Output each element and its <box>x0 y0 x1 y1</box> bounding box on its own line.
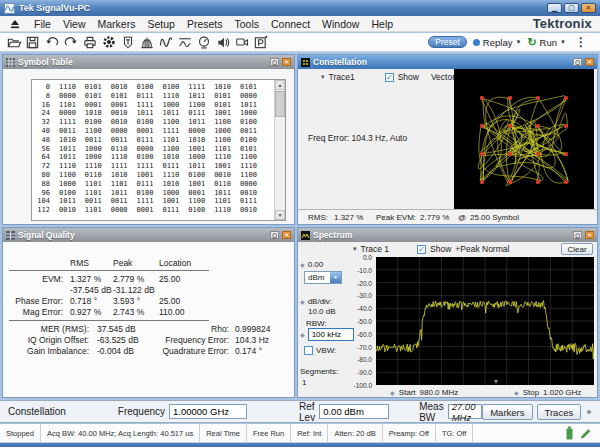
frequency-input[interactable] <box>169 404 247 419</box>
print-icon[interactable] <box>80 34 99 50</box>
eject-icon[interactable] <box>10 19 20 29</box>
ref-level-value[interactable]: 0.00 <box>308 260 324 269</box>
status-bar: StoppedAcq BW: 40.00 MHz; Acq Length: 40… <box>0 424 600 443</box>
replay-button[interactable]: Replay ▼ <box>473 37 522 48</box>
symbol-row: 3211110100001001001100101111000100 <box>34 118 272 127</box>
scroll-thumb[interactable] <box>275 91 285 117</box>
panel-maximize-icon[interactable]: ▢ <box>573 58 582 66</box>
vbw-checkbox[interactable] <box>304 346 313 355</box>
spectrum-header[interactable]: Spectrum ▢ ✕ <box>298 228 597 242</box>
menu-tools[interactable]: Tools <box>228 18 265 30</box>
trace-dropdown-icon[interactable]: ▾ <box>353 245 357 253</box>
spectrum-plot[interactable] <box>376 257 594 385</box>
menu-help[interactable]: Help <box>365 18 399 30</box>
trace-selector[interactable]: Trace1 <box>329 72 355 82</box>
meas-bw-value[interactable]: 27.00 MHz <box>448 404 483 419</box>
panel-maximize-icon[interactable]: ▢ <box>270 58 279 66</box>
run-button[interactable]: ↻ Run ▼ <box>527 36 566 49</box>
p-preset-icon[interactable] <box>251 34 270 50</box>
symbol-row: 11200101101000000010111010011100010 <box>34 206 272 215</box>
menu-bar: FileViewMarkersSetupPresetsToolsConnectW… <box>0 16 600 32</box>
waveform-icon[interactable] <box>156 34 175 50</box>
chevron-down-icon: ▼ <box>515 39 521 45</box>
show-checkbox[interactable]: ✓ <box>417 245 426 254</box>
y-tick-label: -20.0 <box>357 279 372 286</box>
spectrum-body: ▾ Trace 1 ✓ Show +Peak Normal Clear ◆0.0… <box>298 242 597 397</box>
close-icon[interactable]: ✕ <box>581 3 596 13</box>
scroll-down-icon[interactable]: ▼ <box>275 210 285 220</box>
open-icon[interactable] <box>4 34 23 50</box>
symbol-row: 6410111000111001001010100011101100 <box>34 153 272 162</box>
menu-markers[interactable]: Markers <box>92 18 142 30</box>
menu-file[interactable]: File <box>28 18 57 30</box>
constellation-footer: RMS: 1.327 % Peak EVM: 2.779 % @ 25.00 S… <box>298 209 597 224</box>
pulse-trace-icon[interactable] <box>175 34 194 50</box>
preset-button[interactable]: Preset <box>428 36 467 48</box>
camera-icon[interactable] <box>232 34 251 50</box>
status-cell-0: Stopped <box>0 424 41 442</box>
menu-connect[interactable]: Connect <box>265 18 316 30</box>
panel-close-icon[interactable]: ✕ <box>282 231 291 239</box>
y-tick-label: -60.0 <box>357 330 372 337</box>
maximize-icon[interactable]: ▢ <box>564 3 579 13</box>
panel-close-icon[interactable]: ✕ <box>585 58 594 66</box>
unit-value: dBm <box>305 273 330 282</box>
start-value[interactable]: 980.0 MHz <box>420 388 459 397</box>
replay-dot-icon <box>473 39 480 46</box>
redo-icon[interactable] <box>61 34 80 50</box>
pen-icon[interactable] <box>579 427 592 440</box>
marker-diamond-icon: ◆ <box>300 261 305 268</box>
symbol-row: 2400001010001010111011011110011000 <box>34 109 272 118</box>
chevron-down-icon[interactable]: ▼ <box>330 272 341 283</box>
undo-icon[interactable] <box>42 34 61 50</box>
scroll-up-icon[interactable]: ▲ <box>275 80 285 90</box>
dbdiv-value[interactable]: 10.0 dB <box>308 307 336 316</box>
spectrogram-icon[interactable] <box>137 34 156 50</box>
menu-view[interactable]: View <box>57 18 92 30</box>
menu-presets[interactable]: Presets <box>181 18 229 30</box>
symbol-row: 800000101010101111110101101010000 <box>34 92 272 101</box>
symbol-row: 1611010001000111111000110001011011 <box>34 101 272 110</box>
unit-select[interactable]: dBm ▼ <box>304 271 342 284</box>
audio-icon[interactable] <box>213 34 232 50</box>
marker-tag-icon[interactable] <box>118 34 137 50</box>
panel-close-icon[interactable]: ✕ <box>585 231 594 239</box>
show-checkbox[interactable]: ✓ <box>385 73 394 82</box>
save-icon[interactable] <box>23 34 42 50</box>
col-header-rms: RMS <box>63 258 113 268</box>
gauge-icon[interactable] <box>194 34 213 50</box>
menu-setup[interactable]: Setup <box>141 18 180 30</box>
kebab-menu-icon[interactable]: ⋮ <box>572 35 590 49</box>
symbol-table-header[interactable]: Symbol Table ▢ ✕ <box>3 55 294 69</box>
tektronix-logo: Tektronix <box>533 16 592 31</box>
panel-maximize-icon[interactable]: ▢ <box>573 231 582 239</box>
ref-level-input[interactable] <box>319 404 389 419</box>
traces-button[interactable]: Traces <box>537 404 582 420</box>
stop-value[interactable]: 1.020 GHz <box>543 388 581 397</box>
minimize-icon[interactable]: ▁ <box>547 3 562 13</box>
chevron-down-icon: ▼ <box>560 39 566 45</box>
panel-maximize-icon[interactable]: ▢ <box>270 231 279 239</box>
symbol-table-scrollbar[interactable]: ▲ ▼ <box>274 80 285 220</box>
trace-selector[interactable]: Trace 1 <box>361 244 390 254</box>
constellation-header[interactable]: Constellation ▢ ✕ <box>298 55 597 69</box>
signal-quality-header[interactable]: Signal Quality ▢ ✕ <box>3 228 294 242</box>
trace-dropdown-icon[interactable]: ▾ <box>321 73 325 81</box>
settings-gear-icon[interactable] <box>99 34 118 50</box>
grid-icon <box>6 231 15 240</box>
marker-diamond-icon: ◆ <box>300 298 305 305</box>
stop-label: Stop <box>523 388 539 397</box>
menu-window[interactable]: Window <box>316 18 365 30</box>
symbol-row: 10410110011001111111001110011010111 <box>34 197 272 206</box>
sq-row-phase: Phase Error: 0.718 ° 3.593 ° 25.00 <box>8 296 278 306</box>
clear-button[interactable]: Clear <box>561 243 593 255</box>
app: { "window": { "title": "Tek SignalVu-PC"… <box>0 0 600 447</box>
rbw-label: RBW: <box>306 319 327 328</box>
table-icon <box>6 58 15 67</box>
y-tick-label: -70.0 <box>357 343 372 350</box>
toolbar: Preset Replay ▼ ↻ Run ▼ ⋮ <box>0 33 600 52</box>
markers-button[interactable]: Markers <box>482 404 532 420</box>
settings-gear-icon[interactable] <box>586 405 592 419</box>
panel-close-icon[interactable]: ✕ <box>282 58 291 66</box>
constellation-plot[interactable] <box>454 69 594 211</box>
